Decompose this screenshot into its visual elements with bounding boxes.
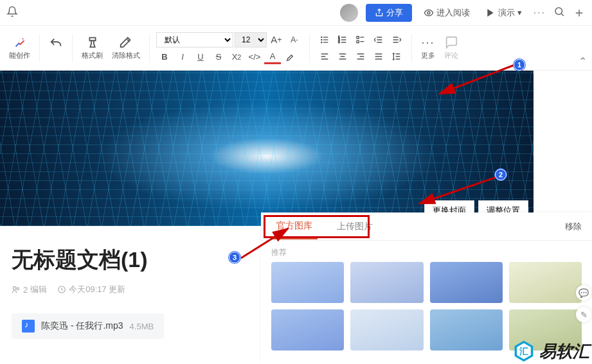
chevron-down-icon: ▾ — [517, 8, 522, 17]
font-family-select[interactable]: 默认 — [156, 32, 233, 48]
remove-cover-link[interactable]: 移除 — [565, 221, 582, 232]
annotation-badge-1: 1 — [514, 59, 525, 71]
more-label: 更多 — [421, 51, 435, 60]
svg-line-15 — [420, 177, 498, 204]
checklist-button[interactable] — [352, 33, 369, 47]
line-height-button[interactable] — [388, 49, 405, 64]
gallery-section-label: 推荐 — [261, 241, 592, 262]
gallery-thumb[interactable] — [271, 309, 344, 351]
format-painter-label: 格式刷 — [82, 51, 103, 60]
float-edit-icon[interactable]: ✎ — [576, 307, 591, 322]
svg-text:3: 3 — [338, 40, 340, 44]
present-label: 演示 — [498, 7, 515, 19]
bell-icon[interactable] — [6, 6, 18, 20]
divider — [411, 34, 412, 62]
svg-point-4 — [321, 39, 322, 40]
outdent-button[interactable] — [370, 33, 387, 47]
svg-line-14 — [440, 64, 518, 94]
top-bar: 分享 进入阅读 演示 ▾ ··· ＋ — [0, 0, 592, 26]
annotation-badge-2: 2 — [495, 169, 507, 180]
side-float: 💬 ✎ — [575, 285, 592, 322]
divider — [309, 34, 310, 62]
annotation-red-box — [264, 215, 370, 238]
svg-point-0 — [427, 12, 430, 14]
italic-button[interactable]: I — [174, 50, 191, 64]
share-button[interactable]: 分享 — [366, 4, 412, 22]
svg-point-5 — [321, 42, 322, 42]
divider — [72, 34, 73, 62]
gallery-thumb[interactable] — [350, 262, 423, 303]
format-painter-button[interactable]: 格式刷 — [79, 35, 105, 60]
gallery-thumb[interactable] — [271, 262, 344, 303]
smart-create-label: 能创作 — [9, 51, 30, 60]
align-center-button[interactable] — [334, 49, 351, 64]
gallery-thumb[interactable] — [350, 309, 423, 351]
align-justify-button[interactable] — [370, 49, 387, 64]
highlight-button[interactable] — [282, 50, 299, 64]
divider — [39, 34, 40, 62]
strikethrough-button[interactable]: S — [210, 50, 227, 64]
annotation-badge-3: 3 — [229, 252, 240, 263]
more-tools-button[interactable]: ··· 更多 — [418, 36, 438, 60]
superscript-button[interactable]: X2 — [228, 50, 245, 64]
divider — [149, 34, 150, 62]
gallery-thumb[interactable] — [430, 262, 503, 303]
gallery-thumb[interactable] — [509, 262, 582, 303]
underline-button[interactable]: U — [192, 50, 209, 64]
svg-point-11 — [13, 286, 16, 290]
align-right-button[interactable] — [352, 49, 369, 64]
more-menu-icon[interactable]: ··· — [534, 7, 546, 19]
indent-button[interactable] — [388, 33, 405, 47]
present-button[interactable]: 演示 ▾ — [481, 4, 526, 21]
attachment-card[interactable]: 陈奕迅 - 任我行.mp3 4.5MB — [12, 313, 164, 339]
search-icon[interactable] — [553, 6, 565, 20]
gallery-thumb[interactable] — [430, 309, 503, 351]
font-size-select[interactable]: 12 — [235, 32, 267, 48]
attachment-size: 4.5MB — [130, 322, 154, 331]
decrease-font-button[interactable]: A- — [286, 33, 303, 47]
smart-create-button[interactable]: 能创作 — [6, 35, 33, 60]
thumbnail-grid — [261, 262, 592, 351]
collapse-toolbar-icon[interactable]: ⌃ — [579, 55, 587, 67]
enter-reading-button[interactable]: 进入阅读 — [420, 4, 474, 21]
svg-rect-10 — [357, 40, 359, 42]
svg-point-2 — [22, 38, 23, 39]
increase-font-button[interactable]: A+ — [268, 33, 285, 47]
annotation-arrow-2 — [415, 144, 505, 209]
align-left-button[interactable] — [316, 49, 333, 64]
font-color-button[interactable]: A — [264, 50, 281, 64]
clear-format-button[interactable]: 清除格式 — [109, 35, 143, 60]
attachment-name: 陈奕迅 - 任我行.mp3 — [41, 320, 123, 332]
updated-time: 今天09:17 更新 — [57, 284, 125, 295]
bold-button[interactable]: B — [156, 50, 173, 64]
share-label: 分享 — [386, 7, 403, 19]
code-button[interactable]: </> — [246, 50, 263, 64]
svg-point-1 — [555, 8, 562, 15]
undo-button[interactable] — [46, 37, 66, 60]
editors-info[interactable]: 2 编辑 — [12, 284, 47, 295]
svg-point-3 — [321, 37, 322, 37]
numbered-list-button[interactable]: 123 — [334, 33, 351, 47]
avatar[interactable] — [340, 4, 358, 22]
watermark-icon: 汇 — [512, 340, 535, 363]
svg-point-12 — [17, 288, 19, 290]
music-file-icon — [22, 320, 35, 333]
svg-rect-9 — [357, 36, 359, 38]
bullet-list-button[interactable] — [316, 33, 333, 47]
enter-reading-label: 进入阅读 — [436, 7, 470, 19]
annotation-arrow-1 — [436, 28, 523, 98]
clear-format-label: 清除格式 — [112, 51, 140, 60]
svg-text:汇: 汇 — [519, 346, 528, 356]
watermark-text: 易软汇 — [539, 340, 589, 363]
plus-icon[interactable]: ＋ — [573, 4, 586, 21]
float-comment-icon[interactable]: 💬 — [576, 285, 591, 300]
watermark: 汇 易软汇 — [512, 340, 589, 363]
